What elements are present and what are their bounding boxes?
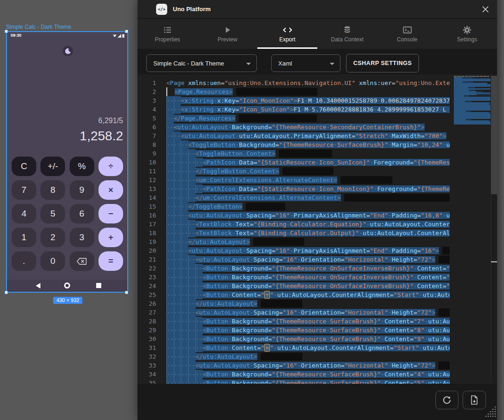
code-line[interactable]: 13··········<PathIcon·Data="{StaticResou… [137,184,450,193]
code-line[interactable]: 28··········<Button·Background="{ThemeRe… [137,317,450,326]
selection-handle-bl[interactable] [5,291,8,294]
calc-button-3[interactable]: 3 [70,228,94,247]
calc-button-.[interactable]: . [12,251,36,271]
code-line[interactable]: 23··········<Button·Background="{ThemeRe… [137,273,450,282]
code-line[interactable]: 24··········<Button·Background="{ThemeRe… [137,282,450,290]
scrollbar-thumb[interactable] [491,76,497,194]
tab-data-context[interactable]: Data Context [317,19,377,49]
code-line[interactable]: 29··········<Button·Background="{ThemeRe… [137,326,450,335]
canvas-right-strip [497,0,504,420]
tab-properties[interactable]: Properties [137,19,197,49]
theme-toggle-button[interactable] [63,46,73,56]
code-line[interactable]: 19······</utu:AutoLayout> [137,237,450,246]
code-line[interactable]: 11········</ToggleButton.Content> [137,167,450,176]
code-line[interactable]: 2 <Page.Resources> [137,87,450,96]
code-line[interactable]: 33········<utu:AutoLayout·Spacing="16"·O… [137,361,450,370]
code-line[interactable]: 22··········<Button·Background="{ThemeRe… [137,264,450,273]
figma-canvas[interactable]: Simple Calc - Dark Theme 09:30 6,291/5 1… [0,0,137,420]
code-line[interactable]: 14········</um:ControlExtensions.Alterna… [137,193,450,202]
line-content: ··········<Button·Background="{ThemeReso… [166,335,450,343]
nav-home-icon[interactable] [64,282,70,289]
calc-button-9[interactable]: 9 [70,180,94,200]
code-line[interactable]: 16······<utu:AutoLayout·Spacing="16"·Pri… [137,211,450,220]
code-line[interactable]: 9········<ToggleButton.Content> [137,149,450,158]
calc-button-+/-[interactable]: +/- [40,157,65,176]
code-line[interactable]: 3····<x:String·x:Key="Icon_MoonIcon">F1·… [137,96,450,105]
line-number: 4 [137,105,166,114]
code-line[interactable]: 15······</ToggleButton> [137,202,450,211]
export-file-button[interactable] [463,391,486,409]
calc-button-6[interactable]: 6 [70,204,94,223]
format-select[interactable]: Xaml [271,54,340,72]
calc-button-0[interactable]: 0 [40,251,65,271]
calc-button-4[interactable]: 4 [12,204,36,223]
tab-settings[interactable]: Settings [437,19,497,49]
calc-button-+[interactable]: + [98,228,123,247]
code-line[interactable]: 4····<x:String·x:Key="Icon_SunIcon">F1·M… [137,105,450,114]
calc-button-2[interactable]: 2 [40,228,65,247]
refresh-button[interactable] [435,391,458,409]
resize-grip[interactable] [485,406,496,417]
theme-select[interactable]: Simple Calc - Dark Theme [146,54,257,72]
calc-button-C[interactable]: C [12,157,36,176]
frame-title[interactable]: Simple Calc - Dark Theme [6,24,71,30]
code-line[interactable]: 21········<utu:AutoLayout·Spacing="16"·O… [137,255,450,264]
calc-button-7[interactable]: 7 [12,180,36,200]
line-content: ··········<Button·Background="{ThemeReso… [166,273,450,282]
tab-preview[interactable]: Preview [197,19,257,49]
code-line[interactable]: 32········</utu:AutoLayout> [137,352,450,361]
code-line[interactable]: 5··</Page.Resources> [137,114,450,123]
code-line[interactable]: 18········<TextBlock·Text="{Binding·Calc… [137,229,450,237]
line-number: 9 [137,149,166,158]
calc-button-8[interactable]: 8 [40,180,65,200]
code-line[interactable]: 31··········<Button·Content="×"·utu:Auto… [137,343,450,352]
line-number: 17 [137,220,166,229]
code-line[interactable]: 12········<um:ControlExtensions.Alternat… [137,176,450,184]
code-line[interactable]: 30··········<Button·Background="{ThemeRe… [137,335,450,343]
calc-button-=[interactable]: = [98,251,123,271]
code-line[interactable]: 27········<utu:AutoLayout·Spacing="16"·O… [137,308,450,317]
bottom-panel [137,384,497,420]
overview-ruler-mark [491,261,497,262]
tab-export[interactable]: Export [257,19,317,49]
line-number: 13 [137,184,166,193]
calculator-frame[interactable]: 09:30 6,291/5 1,258.2 C+/-%÷789×456−123+… [6,31,128,293]
line-number: 35 [137,379,166,384]
calc-button-÷[interactable]: ÷ [98,157,123,176]
line-content: ········</utu:AutoLayout> [166,299,302,308]
line-content: ········<utu:AutoLayout·Spacing="16"·Ori… [166,308,450,317]
code-line[interactable]: 35··········<Button·Background="{ThemeRe… [137,379,450,384]
code-line[interactable]: 7····<utu:AutoLayout·utu:AutoLayout.Prim… [137,131,450,140]
selection-handle-tl[interactable] [5,30,8,33]
csharp-settings-button[interactable]: CSHARP SETTINGS [346,54,419,72]
nav-back-icon[interactable] [36,283,40,289]
calc-button-−[interactable]: − [98,204,123,223]
code-line[interactable]: 26········</utu:AutoLayout> [137,299,450,308]
line-content: ··········<Button·Background="{ThemeReso… [166,282,450,290]
tab-console[interactable]: Console [377,19,437,49]
calc-button-×[interactable]: × [98,180,123,200]
code-line[interactable]: 17········<TextBlock·Text="{Binding·Calc… [137,220,450,229]
selection-handle-br[interactable] [125,291,128,294]
line-content: ······<ToggleButton·Background="{ThemeRe… [166,140,450,149]
line-content: ··········<Button·Content="÷"·utu:AutoLa… [166,290,450,299]
calc-button-%[interactable]: % [70,157,94,176]
database-icon [343,26,352,34]
calc-output: 1,258.2 [80,129,123,144]
calc-button-5[interactable]: 5 [40,204,65,223]
code-line[interactable]: 34··········<Button·Background="{ThemeRe… [137,370,450,379]
code-line[interactable]: 1<Page xmlns:uen="using:Uno.Extensions.N… [137,79,450,87]
minimap[interactable] [454,76,491,125]
selection-handle-tr[interactable] [125,30,128,33]
calc-button-1[interactable]: 1 [12,228,36,247]
calc-button-backspace[interactable] [70,251,94,271]
code-line[interactable]: 25··········<Button·Content="÷"·utu:Auto… [137,290,450,299]
line-number: 20 [137,246,166,255]
code-line[interactable]: 6··<utu:AutoLayout·Background="{ThemeRes… [137,123,450,131]
code-editor[interactable]: 1<Page xmlns:uen="using:Uno.Extensions.N… [137,74,497,384]
close-button[interactable] [480,4,491,14]
code-line[interactable]: 10··········<PathIcon·Data="{StaticResou… [137,158,450,167]
code-line[interactable]: 20······<utu:AutoLayout·Spacing="16"·Pri… [137,246,450,255]
nav-recents-icon[interactable] [96,283,101,288]
code-line[interactable]: 8······<ToggleButton·Background="{ThemeR… [137,140,450,149]
